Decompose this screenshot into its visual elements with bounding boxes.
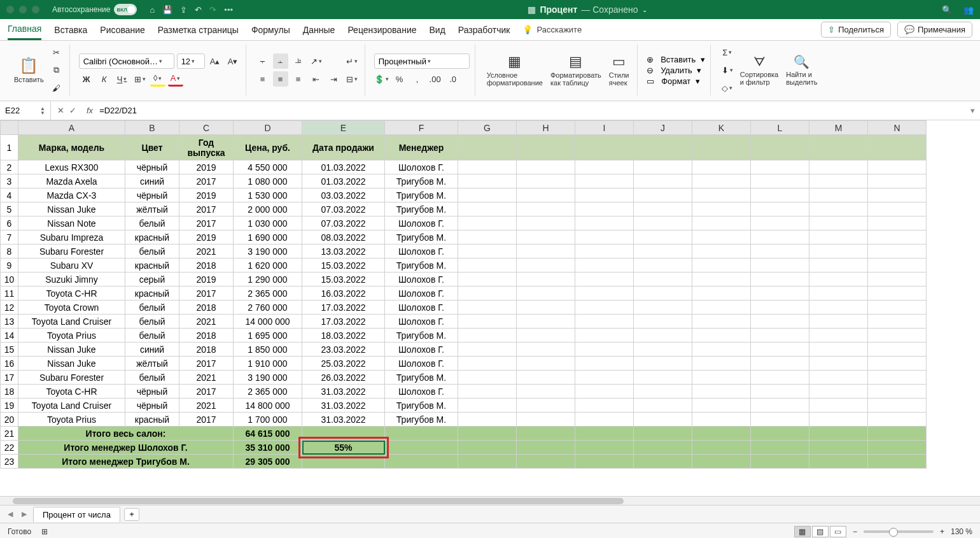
tab-formulas[interactable]: Формулы [251, 19, 290, 40]
data-cell[interactable]: Тригубов М. [385, 258, 458, 273]
summary-label[interactable]: Итого менеджер Шолохов Г. [18, 441, 234, 455]
data-cell[interactable]: красный [125, 230, 179, 244]
data-cell[interactable]: 2 000 000 [234, 202, 302, 216]
column-header-E[interactable]: E [302, 121, 385, 135]
column-header-M[interactable]: M [809, 121, 868, 135]
data-cell[interactable]: 23.03.2022 [302, 343, 385, 357]
data-cell[interactable]: 1 290 000 [234, 273, 302, 287]
data-cell[interactable]: Тригубов М. [385, 174, 458, 188]
data-cell[interactable]: белый [125, 315, 179, 329]
row-header[interactable]: 19 [1, 399, 18, 413]
font-size-select[interactable]: 12 [177, 53, 205, 69]
data-cell[interactable]: Шолохов Г. [385, 343, 458, 357]
data-cell[interactable]: 17.03.2022 [302, 315, 385, 329]
currency-icon[interactable]: 💲 [374, 71, 389, 87]
clear-icon[interactable]: ◇ [720, 80, 735, 96]
bold-button[interactable]: Ж [79, 71, 94, 87]
row-header[interactable]: 18 [1, 385, 18, 399]
name-box-stepper[interactable]: ▲▼ [40, 106, 45, 115]
data-cell[interactable]: Toyota C-HR [18, 385, 125, 399]
data-cell[interactable]: Nissan Juke [18, 357, 125, 371]
data-cell[interactable]: жёлтый [125, 357, 179, 371]
data-cell[interactable]: 03.03.2022 [302, 188, 385, 202]
zoom-level[interactable]: 130 % [951, 527, 972, 536]
data-cell[interactable]: Toyota Land Cruiser [18, 399, 125, 413]
summary-value[interactable]: 64 615 000 [234, 427, 302, 441]
increase-decimal-icon[interactable]: .00 [428, 71, 443, 87]
spreadsheet-grid[interactable]: ABCDEFGHIJKLMN1Марка, модельЦветГод выпу… [0, 120, 927, 469]
delete-cells-button[interactable]: ⊖ Удалить ▾ [647, 66, 705, 75]
fx-label[interactable]: fx [83, 106, 97, 115]
data-cell[interactable]: Toyota Prius [18, 329, 125, 343]
comma-icon[interactable]: , [410, 71, 425, 87]
borders-button[interactable]: ⊞ [132, 71, 148, 87]
data-cell[interactable]: Тригубов М. [385, 399, 458, 413]
autosave-toggle[interactable]: ВКЛ. [114, 4, 137, 15]
cut-icon[interactable]: ✂ [49, 45, 64, 60]
share-button[interactable]: ⇧Поделиться [821, 22, 891, 38]
row-header[interactable]: 15 [1, 343, 18, 357]
orientation-icon[interactable]: ↗ [309, 53, 324, 69]
conditional-formatting-button[interactable]: ▦ Условное форматирование [484, 52, 545, 88]
data-cell[interactable]: Toyota Prius [18, 413, 125, 427]
row-header[interactable]: 20 [1, 413, 18, 427]
window-controls[interactable] [6, 6, 39, 13]
data-cell[interactable]: 2017 [179, 287, 234, 301]
data-cell[interactable]: 01.03.2022 [302, 160, 385, 174]
row-header[interactable]: 22 [1, 441, 18, 455]
data-cell[interactable]: 1 910 000 [234, 357, 302, 371]
data-cell[interactable]: Шолохов Г. [385, 244, 458, 258]
data-cell[interactable]: Toyota Crown [18, 301, 125, 315]
row-header[interactable]: 21 [1, 427, 18, 441]
next-sheet-icon[interactable]: ▶ [19, 510, 29, 518]
autosum-icon[interactable]: Σ [720, 45, 735, 60]
expand-formula-icon[interactable]: ▾ [965, 106, 980, 115]
fill-color-button[interactable]: ◊ [150, 71, 165, 87]
data-cell[interactable]: Mazda Axela [18, 174, 125, 188]
data-cell[interactable]: красный [125, 413, 179, 427]
tab-draw[interactable]: Рисование [100, 19, 145, 40]
column-header-N[interactable]: N [868, 121, 927, 135]
data-cell[interactable]: белый [125, 301, 179, 315]
data-cell[interactable]: 2 365 000 [234, 385, 302, 399]
autosave[interactable]: Автосохранение ВКЛ. [52, 4, 137, 15]
data-cell[interactable]: 1 700 000 [234, 413, 302, 427]
format-as-table-button[interactable]: ▤ Форматировать как таблицу [548, 52, 604, 88]
document-title[interactable]: ▦ Процент — Сохранено ⌄ [233, 4, 942, 15]
data-cell[interactable]: 07.03.2022 [302, 216, 385, 230]
tab-home[interactable]: Главная [8, 19, 41, 40]
align-center-icon[interactable]: ≡ [273, 71, 288, 87]
summary-pct[interactable] [302, 455, 385, 469]
data-cell[interactable]: Шолохов Г. [385, 160, 458, 174]
data-cell[interactable]: Subaru Forester [18, 371, 125, 385]
data-cell[interactable]: Toyota Land Cruiser [18, 315, 125, 329]
more-icon[interactable]: ••• [224, 5, 233, 15]
data-cell[interactable]: 1 030 000 [234, 216, 302, 230]
summary-value[interactable]: 35 310 000 [234, 441, 302, 455]
data-cell[interactable]: чёрный [125, 188, 179, 202]
row-header[interactable]: 10 [1, 273, 18, 287]
format-cells-button[interactable]: ▭ Формат ▾ [647, 76, 705, 86]
find-select-button[interactable]: 🔍 Найти и выделить [783, 53, 820, 87]
data-cell[interactable]: Тригубов М. [385, 413, 458, 427]
summary-value[interactable]: 29 305 000 [234, 455, 302, 469]
data-cell[interactable]: 2017 [179, 385, 234, 399]
table-header-cell[interactable]: Цена, руб. [234, 135, 302, 160]
data-cell[interactable]: Тригубов М. [385, 188, 458, 202]
tell-me[interactable]: 💡 Расскажите [522, 25, 582, 34]
data-cell[interactable]: Шолохов Г. [385, 385, 458, 399]
view-normal-icon[interactable]: ▦ [794, 526, 811, 537]
data-cell[interactable]: 2 365 000 [234, 287, 302, 301]
data-cell[interactable]: 2017 [179, 357, 234, 371]
data-cell[interactable]: чёрный [125, 399, 179, 413]
data-cell[interactable]: синий [125, 343, 179, 357]
column-header-J[interactable]: J [634, 121, 692, 135]
percent-icon[interactable]: % [392, 71, 407, 87]
data-cell[interactable]: 15.03.2022 [302, 258, 385, 273]
data-cell[interactable]: 2018 [179, 258, 234, 273]
data-cell[interactable]: 31.03.2022 [302, 413, 385, 427]
data-cell[interactable]: Mazda CX-3 [18, 188, 125, 202]
row-header[interactable]: 1 [1, 135, 18, 160]
data-cell[interactable]: 31.03.2022 [302, 399, 385, 413]
data-cell[interactable]: 1 620 000 [234, 258, 302, 273]
